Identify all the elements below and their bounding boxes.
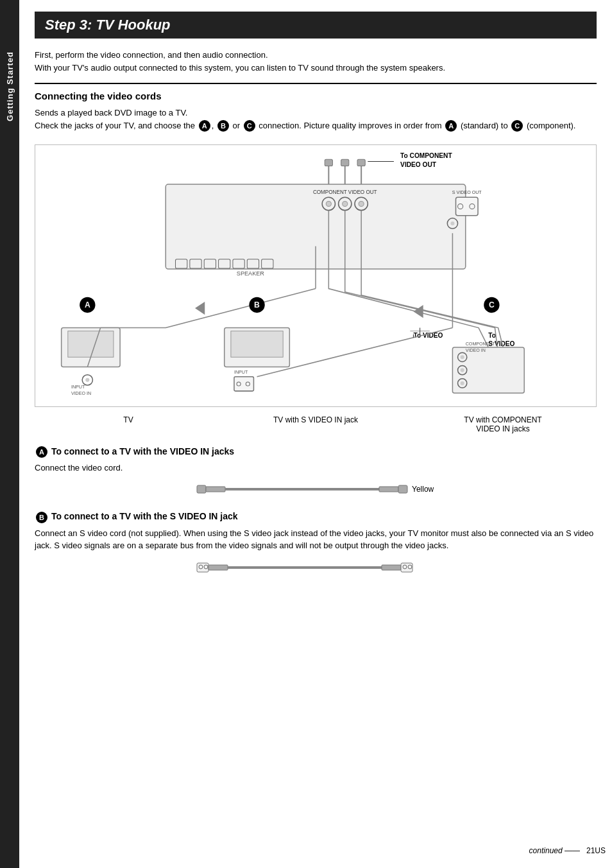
intro-line1: First, perform the video connection, and… bbox=[35, 49, 597, 62]
svg-rect-80 bbox=[208, 565, 228, 570]
page-title: Step 3: TV Hookup bbox=[45, 17, 586, 33]
video-cords-section: Connecting the video cords Sends a playe… bbox=[35, 91, 597, 433]
subsection-a: A To connect to a TV with the VIDEO IN j… bbox=[35, 446, 597, 499]
tv-label-c: TV with COMPONENTVIDEO IN jacks bbox=[409, 415, 597, 433]
subsection-b-heading: B To connect to a TV with the S VIDEO IN… bbox=[35, 511, 597, 523]
circle-a-heading: A bbox=[36, 446, 47, 458]
svg-point-31 bbox=[450, 221, 454, 225]
svg-point-42 bbox=[85, 378, 89, 382]
svg-point-63 bbox=[461, 381, 464, 385]
svg-rect-40 bbox=[68, 331, 114, 358]
svg-rect-75 bbox=[398, 485, 407, 493]
svg-text:COMPONENT VIDEO OUT: COMPONENT VIDEO OUT bbox=[313, 189, 377, 195]
video-cords-heading: Connecting the video cords bbox=[35, 91, 597, 101]
svg-point-59 bbox=[461, 355, 464, 359]
svg-point-13 bbox=[343, 201, 348, 206]
svg-text:SPEAKER: SPEAKER bbox=[237, 270, 265, 277]
svg-rect-22 bbox=[357, 159, 365, 166]
page-number: 21US bbox=[586, 846, 606, 855]
subsection-a-heading-text: To connect to a TV with the VIDEO IN jac… bbox=[51, 446, 234, 456]
svg-rect-73 bbox=[225, 488, 379, 490]
svg-text:VIDEO OUT: VIDEO OUT bbox=[400, 161, 437, 168]
svg-text:COMPONENT: COMPONENT bbox=[466, 342, 496, 347]
svg-rect-71 bbox=[197, 485, 206, 493]
side-tab-label: Getting Started bbox=[5, 51, 15, 121]
cable-svg-a: Yellow bbox=[194, 480, 438, 498]
subsection-b-heading-text: To connect to a TV with the S VIDEO IN j… bbox=[51, 511, 238, 521]
tv-label-a: TV bbox=[35, 415, 222, 433]
svg-rect-82 bbox=[382, 565, 401, 570]
svg-text:B: B bbox=[254, 300, 260, 309]
svg-point-61 bbox=[461, 369, 464, 372]
svg-text:INPUT: INPUT bbox=[234, 370, 248, 375]
svg-rect-49 bbox=[231, 331, 283, 358]
svg-text:To COMPONENT: To COMPONENT bbox=[400, 152, 452, 159]
circle-c-inline: C bbox=[244, 120, 255, 132]
svg-text:A: A bbox=[85, 300, 90, 309]
circle-a-inline: A bbox=[199, 120, 210, 132]
intro-line2: With your TV's audio output connected to… bbox=[35, 62, 597, 74]
svg-text:S VIDEO OUT: S VIDEO OUT bbox=[452, 190, 482, 195]
svg-text:To: To bbox=[488, 332, 496, 339]
svg-text:Yellow: Yellow bbox=[412, 485, 434, 494]
circle-c-inline2: C bbox=[511, 120, 523, 132]
subsection-b-body: Connect an S video cord (not supplied). … bbox=[35, 527, 597, 552]
cable-diagram-b bbox=[194, 559, 438, 577]
intro-text: First, perform the video connection, and… bbox=[35, 49, 597, 74]
svg-rect-21 bbox=[341, 159, 349, 166]
continued-label: continued —— bbox=[529, 846, 580, 855]
svg-point-11 bbox=[326, 201, 331, 206]
side-tab: Getting Started bbox=[0, 0, 19, 868]
svg-text:C: C bbox=[489, 300, 495, 309]
subsection-b: B To connect to a TV with the S VIDEO IN… bbox=[35, 511, 597, 576]
svg-rect-20 bbox=[325, 159, 332, 166]
title-box: Step 3: TV Hookup bbox=[35, 12, 597, 39]
video-check-text: Check the jacks of your TV, and choose t… bbox=[35, 119, 597, 132]
svg-text:INPUT: INPUT bbox=[71, 385, 85, 390]
subsection-a-body: Connect the video cord. bbox=[35, 462, 597, 474]
main-content: Step 3: TV Hookup First, perform the vid… bbox=[19, 0, 612, 868]
tv-labels: TV TV with S VIDEO IN jack TV with COMPO… bbox=[35, 415, 597, 433]
cable-svg-b bbox=[194, 559, 438, 577]
video-sends-text: Sends a played back DVD image to a TV. bbox=[35, 107, 597, 119]
svg-text:To VIDEO: To VIDEO bbox=[413, 332, 443, 339]
circle-b-heading: B bbox=[36, 512, 47, 523]
svg-rect-81 bbox=[228, 566, 382, 569]
svg-rect-72 bbox=[206, 487, 225, 492]
svg-rect-74 bbox=[379, 487, 398, 492]
video-cords-text: Sends a played back DVD image to a TV. C… bbox=[35, 107, 597, 132]
svg-point-15 bbox=[359, 201, 364, 206]
svg-text:VIDEO IN: VIDEO IN bbox=[466, 348, 486, 353]
cable-diagram-a: Yellow bbox=[194, 480, 438, 498]
section-divider bbox=[35, 83, 597, 84]
wiring-diagram: SPEAKER COMPONENT VIDEO OUT bbox=[35, 144, 597, 407]
circle-b-inline: B bbox=[217, 120, 229, 132]
svg-text:VIDEO IN: VIDEO IN bbox=[71, 391, 91, 396]
circle-a-inline2: A bbox=[445, 120, 457, 132]
tv-label-b: TV with S VIDEO IN jack bbox=[222, 415, 409, 433]
subsection-a-heading: A To connect to a TV with the VIDEO IN j… bbox=[35, 446, 597, 458]
